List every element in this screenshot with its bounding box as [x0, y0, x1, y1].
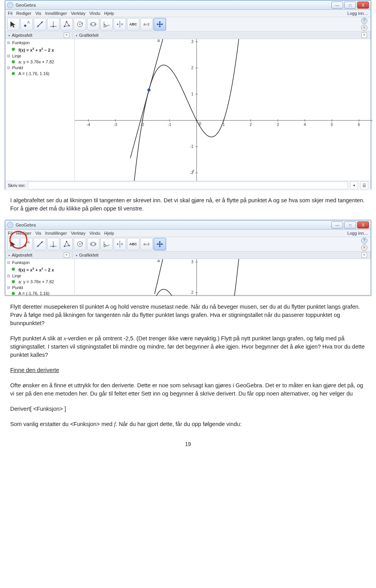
- visibility-dot-icon[interactable]: [12, 268, 15, 271]
- menu-verktoy[interactable]: Verktøy: [71, 11, 85, 16]
- window-minimize-button[interactable]: —: [331, 221, 343, 228]
- tool-perpendicular[interactable]: [47, 18, 60, 31]
- tool-reflect[interactable]: [114, 18, 126, 31]
- tool-text[interactable]: ABC: [127, 238, 139, 250]
- login-link[interactable]: Logg inn…: [347, 231, 368, 236]
- tool-circle[interactable]: [74, 18, 86, 31]
- svg-point-59: [24, 245, 27, 247]
- window-close-button[interactable]: X: [357, 2, 369, 9]
- help-icon[interactable]: ?: [361, 18, 367, 24]
- svg-point-71: [80, 244, 81, 245]
- menu-vindu[interactable]: Vindu: [89, 11, 100, 16]
- close-icon[interactable]: ×: [64, 32, 69, 38]
- menu-fil[interactable]: Fil: [8, 11, 13, 16]
- tool-line[interactable]: [34, 18, 46, 31]
- tool-reflect[interactable]: [114, 238, 126, 250]
- tool-polygon[interactable]: [60, 18, 73, 31]
- menu-vis[interactable]: Vis: [35, 231, 41, 236]
- visibility-dot-icon[interactable]: [12, 72, 15, 75]
- login-link[interactable]: Logg inn…: [347, 11, 368, 16]
- caret-icon: ▸: [76, 34, 78, 37]
- tab-algebra[interactable]: ▸ Algebrafelt ×: [5, 252, 73, 259]
- close-help-icon[interactable]: ×: [361, 25, 367, 31]
- tree-item-fx[interactable]: f(x) = x3 + x2 − 2 x: [7, 46, 73, 53]
- tool-text[interactable]: ABC: [127, 18, 139, 31]
- tool-polygon[interactable]: [60, 238, 73, 250]
- close-help-icon[interactable]: ×: [361, 245, 367, 251]
- window-maximize-button[interactable]: □: [344, 221, 356, 228]
- visibility-dot-icon[interactable]: [12, 292, 15, 295]
- caret-icon: ▸: [9, 254, 10, 257]
- tree-node-punkt[interactable]: ⊟Punkt: [7, 65, 73, 71]
- menu-vindu[interactable]: Vindu: [89, 231, 100, 236]
- svg-text:-4: -4: [87, 122, 90, 127]
- menu-hjelp[interactable]: Hjelp: [104, 11, 114, 16]
- tool-slider[interactable]: a=2: [140, 238, 153, 250]
- close-icon[interactable]: ×: [64, 252, 69, 258]
- tool-line[interactable]: [34, 238, 46, 250]
- graphics-view[interactable]: 23a: [75, 259, 371, 296]
- tree-item-A[interactable]: A = (-1.76, 1.16): [7, 291, 73, 297]
- menu-rediger[interactable]: Rediger: [16, 231, 32, 236]
- tab-algebra[interactable]: ▸ Algebrafelt ×: [5, 32, 73, 39]
- command-input[interactable]: [28, 182, 348, 189]
- input-dropdown[interactable]: ▾: [350, 182, 358, 189]
- svg-text:-3: -3: [114, 122, 117, 127]
- svg-text:-1: -1: [190, 144, 193, 149]
- menu-vis[interactable]: Vis: [35, 11, 41, 16]
- tool-angle[interactable]: [100, 238, 113, 250]
- tree-node-linje[interactable]: ⊟Linje: [7, 53, 73, 59]
- svg-text:2: 2: [191, 66, 193, 70]
- visibility-dot-icon[interactable]: [12, 48, 15, 51]
- menu-innstillinger[interactable]: Innstillinger: [45, 11, 67, 16]
- graphics-view[interactable]: -4-3-2-1123456-2-11230af: [75, 39, 371, 181]
- tree-item-a[interactable]: a: y = 3.78x + 7.82: [7, 279, 73, 285]
- expr-fx: f(x) = x3 + x2 − 2 x: [18, 266, 54, 273]
- tool-move-view[interactable]: [154, 18, 166, 31]
- close-icon[interactable]: ×: [362, 252, 367, 258]
- tool-perpendicular[interactable]: [47, 238, 60, 250]
- tab-graphics[interactable]: ▸ Grafikkfelt ×: [73, 252, 371, 259]
- heading-deriv: Finne den deriverte: [10, 366, 366, 374]
- tool-ellipse[interactable]: [87, 238, 99, 250]
- tool-angle[interactable]: [100, 18, 113, 31]
- tool-arrow[interactable]: [7, 238, 20, 250]
- help-icon[interactable]: ?: [361, 237, 367, 244]
- menu-innstillinger[interactable]: Innstillinger: [45, 231, 67, 236]
- tree-node-linje[interactable]: ⊟Linje: [7, 273, 73, 279]
- svg-text:1: 1: [191, 92, 193, 96]
- visibility-dot-icon[interactable]: [12, 280, 15, 283]
- svg-point-12: [80, 24, 81, 25]
- window-close-button[interactable]: X: [357, 221, 369, 228]
- menu-hjelp[interactable]: Hjelp: [104, 231, 114, 236]
- tool-circle[interactable]: [74, 238, 86, 250]
- caret-icon: ▸: [9, 34, 10, 37]
- tree-item-A[interactable]: A = (-1.76, 1.16): [7, 71, 73, 77]
- tree-item-a[interactable]: a: y = 3.78x + 7.82: [7, 59, 73, 65]
- tool-slider[interactable]: a=2: [140, 18, 153, 31]
- tab-graphics[interactable]: ▸ Grafikkfelt ×: [73, 32, 371, 39]
- close-icon[interactable]: ×: [362, 32, 367, 38]
- menu-verktoy[interactable]: Verktøy: [71, 231, 85, 236]
- tool-arrow[interactable]: [7, 18, 20, 31]
- tool-point[interactable]: A: [20, 238, 33, 250]
- tree-node-funksjon[interactable]: ⊟Funksjon: [7, 40, 73, 46]
- paragraph-4: Ofte ønsker en å finne et uttrykk for de…: [10, 381, 366, 398]
- panel-tabs: ▸ Algebrafelt × ▸ Grafikkfelt ×: [5, 32, 371, 39]
- svg-point-8: [64, 26, 65, 27]
- menu-rediger[interactable]: Rediger: [16, 11, 32, 16]
- tool-move-view[interactable]: [154, 238, 166, 250]
- window-maximize-button[interactable]: □: [344, 2, 356, 9]
- tool-point[interactable]: A: [20, 18, 33, 31]
- input-keyboard-icon[interactable]: ☰: [360, 182, 368, 189]
- tree-node-punkt[interactable]: ⊟Punkt: [7, 285, 73, 291]
- visibility-dot-icon[interactable]: [12, 60, 15, 63]
- window-minimize-button[interactable]: —: [331, 2, 343, 9]
- tool-ellipse[interactable]: [87, 18, 99, 31]
- tree-node-funksjon[interactable]: ⊟Funksjon: [7, 260, 73, 266]
- expr-fx: f(x) = x3 + x2 − 2 x: [18, 46, 54, 53]
- tree-item-fx[interactable]: f(x) = x3 + x2 − 2 x: [7, 266, 73, 273]
- menu-fil[interactable]: Fil: [8, 231, 13, 236]
- svg-point-74: [91, 244, 92, 245]
- tab-graphics-label: Grafikkfelt: [79, 33, 99, 38]
